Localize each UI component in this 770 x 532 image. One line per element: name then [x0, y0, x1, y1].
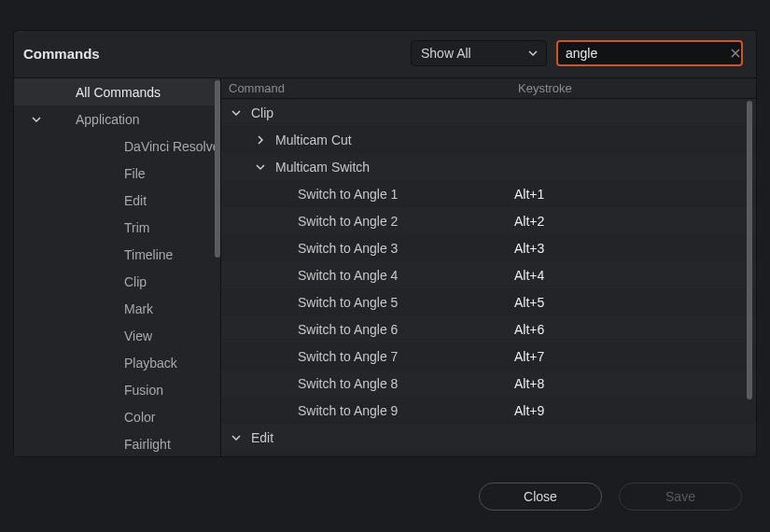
keyboard-customization-dialog: Commands Show All All CommandsApplicatio… [0, 0, 770, 532]
chevron-down-icon[interactable] [253, 161, 268, 173]
keystroke-cell: Alt+6 [514, 322, 756, 337]
sidebar-scrollbar[interactable] [215, 80, 220, 258]
table-row[interactable]: Switch to Angle 2Alt+2 [221, 207, 756, 234]
sidebar-item-label: Edit [70, 193, 147, 208]
close-button[interactable]: Close [479, 483, 602, 511]
command-label: Multicam Cut [275, 133, 352, 147]
keystroke-cell: Alt+5 [514, 295, 756, 310]
chevron-down-icon[interactable] [229, 107, 244, 119]
sidebar-item-label: Playback [70, 356, 177, 371]
sidebar-item[interactable]: Timeline [14, 241, 220, 268]
close-button-label: Close [524, 489, 557, 504]
sidebar-item-label: File [70, 166, 146, 181]
command-cell: Switch to Angle 8 [221, 376, 514, 391]
filter-dropdown[interactable]: Show All [411, 40, 547, 66]
keystroke-cell: Alt+2 [514, 214, 756, 229]
command-cell: Switch to Angle 2 [221, 214, 514, 229]
sidebar-item[interactable]: Fusion [14, 376, 220, 403]
table-row[interactable]: Switch to Angle 3Alt+3 [221, 234, 756, 261]
sidebar-item[interactable]: Edit [14, 187, 220, 214]
command-label: Switch to Angle 4 [298, 268, 398, 283]
sidebar-item[interactable]: DaVinci Resolve [14, 133, 220, 160]
command-label: Switch to Angle 1 [298, 187, 398, 202]
command-label: Switch to Angle 7 [298, 349, 398, 364]
chevron-right-icon[interactable] [253, 134, 268, 146]
command-label: Edit [251, 430, 273, 445]
sidebar-item-label: Mark [70, 301, 153, 316]
sidebar-item-label: Trim [70, 220, 149, 235]
command-label: Clip [251, 105, 273, 120]
sidebar-item[interactable]: Application [14, 105, 220, 133]
command-cell: Edit [221, 430, 514, 445]
command-cell: Switch to Angle 1 [221, 187, 514, 202]
sidebar-item[interactable]: Playback [14, 349, 220, 376]
panel-title: Commands [23, 46, 100, 62]
keystroke-cell: Alt+3 [514, 241, 756, 256]
table-row[interactable]: Switch to Angle 5Alt+5 [221, 288, 756, 315]
sidebar-item[interactable]: Color [14, 403, 220, 430]
table-row[interactable]: Multicam Switch [221, 153, 756, 180]
panel-header: Commands Show All [14, 31, 756, 77]
sidebar-item[interactable]: View [14, 322, 220, 349]
table-row[interactable]: Multicam Cut [221, 126, 756, 153]
command-label: Multicam Switch [275, 160, 370, 175]
table-row[interactable]: Switch to Angle 6Alt+6 [221, 315, 756, 343]
sidebar-item-label: Fusion [70, 383, 163, 398]
table-row[interactable]: Edit [221, 424, 756, 451]
command-label: Switch to Angle 5 [298, 295, 398, 310]
clear-search-icon[interactable] [729, 49, 742, 58]
sidebar-item[interactable]: Fairlight [14, 430, 220, 456]
search-input[interactable] [566, 46, 729, 61]
sidebar-item-label: DaVinci Resolve [70, 139, 219, 154]
keystroke-cell: Alt+1 [514, 187, 756, 202]
command-label: Switch to Angle 3 [298, 241, 398, 256]
sidebar-item-label: Color [70, 410, 155, 425]
keystroke-cell: Alt+7 [514, 349, 756, 364]
category-sidebar: All CommandsApplicationDaVinci ResolveFi… [14, 78, 221, 456]
command-cell: Multicam Cut [221, 133, 514, 147]
command-label: Switch to Angle 2 [298, 214, 398, 229]
command-label: Switch to Angle 8 [298, 376, 398, 391]
column-header-keystroke[interactable]: Keystroke [514, 81, 756, 95]
command-label: Switch to Angle 6 [298, 322, 398, 337]
save-button-label: Save [665, 489, 695, 504]
sidebar-item[interactable]: All Commands [14, 78, 220, 105]
command-cell: Switch to Angle 5 [221, 295, 514, 310]
table-row[interactable]: Switch to Angle 1Alt+1 [221, 180, 756, 207]
command-cell: Switch to Angle 4 [221, 268, 514, 283]
table-header: Command Keystroke [221, 78, 756, 99]
sidebar-item-label: All Commands [48, 85, 161, 100]
sidebar-item-label: Application [48, 112, 140, 127]
keystroke-cell: Alt+9 [514, 403, 756, 418]
sidebar-item-label: View [70, 329, 152, 343]
keystroke-cell: Alt+4 [514, 268, 756, 283]
dialog-footer: Close Save [0, 461, 770, 532]
commands-table: Command Keystroke ClipMulticam CutMultic… [221, 78, 756, 456]
sidebar-item[interactable]: Mark [14, 295, 220, 322]
sidebar-item[interactable]: Trim [14, 214, 220, 241]
table-row[interactable]: Switch to Angle 7Alt+7 [221, 343, 756, 370]
keystroke-cell: Alt+8 [514, 376, 756, 391]
command-cell: Switch to Angle 6 [221, 322, 514, 337]
table-row[interactable]: Switch to Angle 4Alt+4 [221, 261, 756, 288]
command-cell: Clip [221, 105, 514, 120]
search-box[interactable] [556, 40, 743, 66]
column-header-command[interactable]: Command [221, 81, 514, 95]
table-scrollbar[interactable] [747, 101, 752, 399]
sidebar-item[interactable]: Clip [14, 268, 220, 295]
sidebar-item-label: Timeline [70, 247, 173, 262]
command-cell: Multicam Switch [221, 160, 514, 175]
chevron-down-icon[interactable] [229, 432, 244, 443]
command-cell: Switch to Angle 3 [221, 241, 514, 256]
filter-dropdown-value: Show All [421, 46, 471, 61]
chevron-down-icon [527, 48, 539, 59]
sidebar-item[interactable]: File [14, 160, 220, 187]
table-row[interactable]: Switch to Angle 8Alt+8 [221, 370, 756, 397]
commands-panel: Commands Show All All CommandsApplicatio… [13, 30, 757, 457]
chevron-down-icon[interactable] [29, 114, 44, 125]
command-cell: Switch to Angle 7 [221, 349, 514, 364]
table-row[interactable]: Clip [221, 99, 756, 126]
command-label: Switch to Angle 9 [298, 403, 398, 418]
table-row[interactable]: Switch to Angle 9Alt+9 [221, 397, 756, 424]
command-cell: Switch to Angle 9 [221, 403, 514, 418]
